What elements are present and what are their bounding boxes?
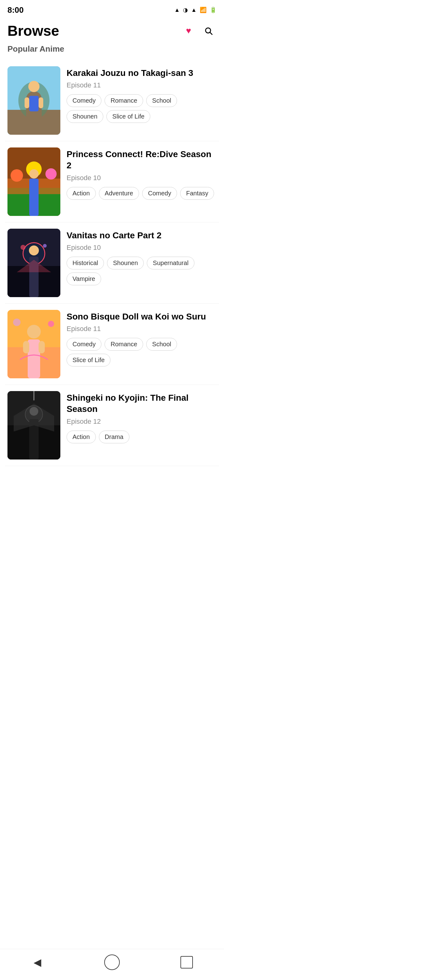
anime-title: Vanitas no Carte Part 2 <box>67 230 216 241</box>
notification-icon: ▲ <box>174 7 180 13</box>
tag-romance[interactable]: Romance <box>105 338 143 351</box>
tag-adventure[interactable]: Adventure <box>99 187 139 200</box>
svg-point-15 <box>45 168 57 180</box>
anime-thumbnail <box>8 391 60 460</box>
svg-point-27 <box>27 325 41 339</box>
tag-romance[interactable]: Romance <box>105 94 143 107</box>
list-item[interactable]: Vanitas no Carte Part 2 Episode 10 Histo… <box>5 223 219 304</box>
back-icon: ◀ <box>33 956 41 968</box>
svg-point-23 <box>21 245 25 250</box>
svg-point-13 <box>11 169 23 182</box>
battery-icon: 🔋 <box>210 6 216 13</box>
list-item[interactable]: Sono Bisque Doll wa Koi wo Suru Episode … <box>5 304 219 385</box>
anime-thumbnail <box>8 310 60 378</box>
list-item[interactable]: Shingeki no Kyojin: The Final Season Epi… <box>5 385 219 466</box>
anime-tags: Historical Shounen Supernatural Vampire <box>67 257 216 285</box>
status-time: 8:00 <box>8 5 24 15</box>
thumbnail-art <box>8 66 60 135</box>
half-circle-icon: ◑ <box>183 6 188 13</box>
tag-school[interactable]: School <box>146 338 177 351</box>
thumbnail-art <box>8 310 60 378</box>
tag-slice-of-life[interactable]: Slice of Life <box>106 110 150 123</box>
tag-school[interactable]: School <box>146 94 177 107</box>
anime-tags: Action Drama <box>67 431 216 443</box>
recents-icon <box>180 956 193 969</box>
anime-episode: Episode 12 <box>67 417 216 426</box>
home-icon <box>104 955 120 970</box>
tag-drama[interactable]: Drama <box>99 431 129 443</box>
anime-info: Sono Bisque Doll wa Koi wo Suru Episode … <box>67 310 216 366</box>
anime-info: Karakai Jouzu no Takagi-san 3 Episode 11… <box>67 66 216 123</box>
svg-point-17 <box>29 169 38 178</box>
home-button[interactable] <box>100 953 124 972</box>
anime-thumbnail <box>8 229 60 297</box>
tag-historical[interactable]: Historical <box>67 257 104 269</box>
svg-line-1 <box>210 32 212 34</box>
anime-episode: Episode 11 <box>67 325 216 333</box>
anime-info: Shingeki no Kyojin: The Final Season Epi… <box>67 391 216 443</box>
search-icon <box>204 27 213 35</box>
page-title: Browse <box>8 22 59 39</box>
heart-icon: ♥ <box>186 26 191 36</box>
svg-rect-28 <box>28 339 40 378</box>
svg-rect-8 <box>25 97 29 108</box>
tag-supernatural[interactable]: Supernatural <box>147 257 194 269</box>
bottom-navigation: ◀ <box>0 949 224 980</box>
svg-rect-30 <box>38 341 45 353</box>
thumbnail-art <box>8 148 60 216</box>
tag-comedy[interactable]: Comedy <box>142 187 177 200</box>
thumbnail-art <box>8 229 60 297</box>
anime-episode: Episode 10 <box>67 243 216 252</box>
svg-rect-29 <box>23 341 29 353</box>
svg-point-21 <box>29 245 39 255</box>
tag-action[interactable]: Action <box>67 187 96 200</box>
svg-rect-16 <box>29 178 38 216</box>
anime-thumbnail <box>8 148 60 216</box>
tag-action[interactable]: Action <box>67 431 96 443</box>
search-button[interactable] <box>200 23 216 39</box>
anime-list: Karakai Jouzu no Takagi-san 3 Episode 11… <box>0 60 224 466</box>
svg-point-6 <box>28 81 40 92</box>
anime-title: Princess Connect! Re:Dive Season 2 <box>67 149 216 172</box>
svg-rect-7 <box>29 96 38 111</box>
svg-rect-9 <box>38 97 43 108</box>
svg-point-31 <box>13 318 21 326</box>
header-actions: ♥ <box>180 23 216 39</box>
anime-episode: Episode 11 <box>67 81 216 89</box>
list-item[interactable]: Princess Connect! Re:Dive Season 2 Episo… <box>5 141 219 223</box>
tag-comedy[interactable]: Comedy <box>67 338 102 351</box>
status-icons: ▲ ◑ ▲ 📶 🔋 <box>174 6 216 13</box>
tag-slice-of-life[interactable]: Slice of Life <box>67 354 110 366</box>
tag-shounen[interactable]: Shounen <box>67 110 103 123</box>
anime-episode: Episode 10 <box>67 174 216 182</box>
svg-point-32 <box>48 321 54 327</box>
anime-title: Karakai Jouzu no Takagi-san 3 <box>67 67 216 79</box>
svg-point-24 <box>43 244 47 248</box>
status-bar: 8:00 ▲ ◑ ▲ 📶 🔋 <box>0 0 224 18</box>
anime-info: Princess Connect! Re:Dive Season 2 Episo… <box>67 148 216 200</box>
tag-vampire[interactable]: Vampire <box>67 272 101 285</box>
anime-info: Vanitas no Carte Part 2 Episode 10 Histo… <box>67 229 216 285</box>
tag-shounen[interactable]: Shounen <box>107 257 144 269</box>
tag-fantasy[interactable]: Fantasy <box>180 187 214 200</box>
anime-tags: Comedy Romance School Slice of Life <box>67 338 216 366</box>
section-title: Popular Anime <box>0 42 224 60</box>
anime-title: Sono Bisque Doll wa Koi wo Suru <box>67 311 216 322</box>
favorites-button[interactable]: ♥ <box>180 23 197 39</box>
anime-thumbnail <box>8 66 60 135</box>
signal-icon: 📶 <box>200 6 207 13</box>
tag-comedy[interactable]: Comedy <box>67 94 102 107</box>
wifi-icon: ▲ <box>191 7 197 13</box>
anime-tags: Comedy Romance School Shounen Slice of L… <box>67 94 216 123</box>
anime-tags: Action Adventure Comedy Fantasy <box>67 187 216 200</box>
recents-button[interactable] <box>174 953 199 972</box>
back-button[interactable]: ◀ <box>25 953 50 972</box>
list-item[interactable]: Karakai Jouzu no Takagi-san 3 Episode 11… <box>5 60 219 141</box>
header: Browse ♥ <box>0 18 224 42</box>
thumbnail-art <box>8 391 60 460</box>
anime-title: Shingeki no Kyojin: The Final Season <box>67 392 216 415</box>
